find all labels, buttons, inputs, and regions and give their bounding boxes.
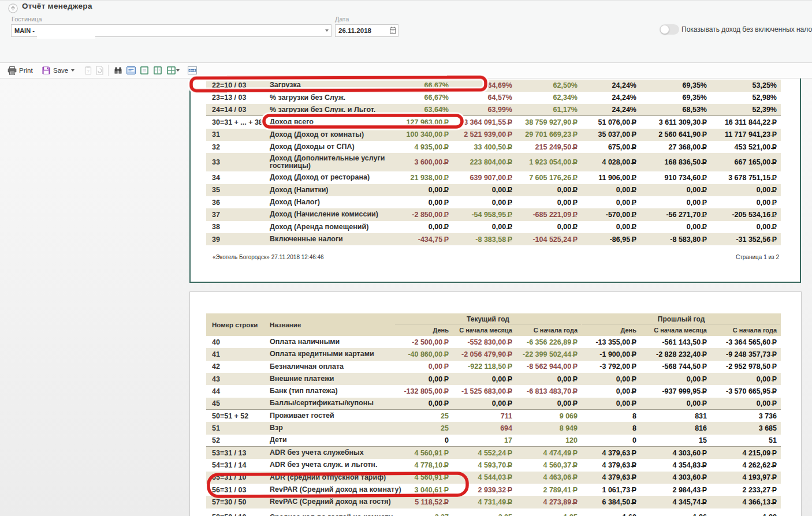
svg-text:?: ? — [87, 69, 90, 74]
